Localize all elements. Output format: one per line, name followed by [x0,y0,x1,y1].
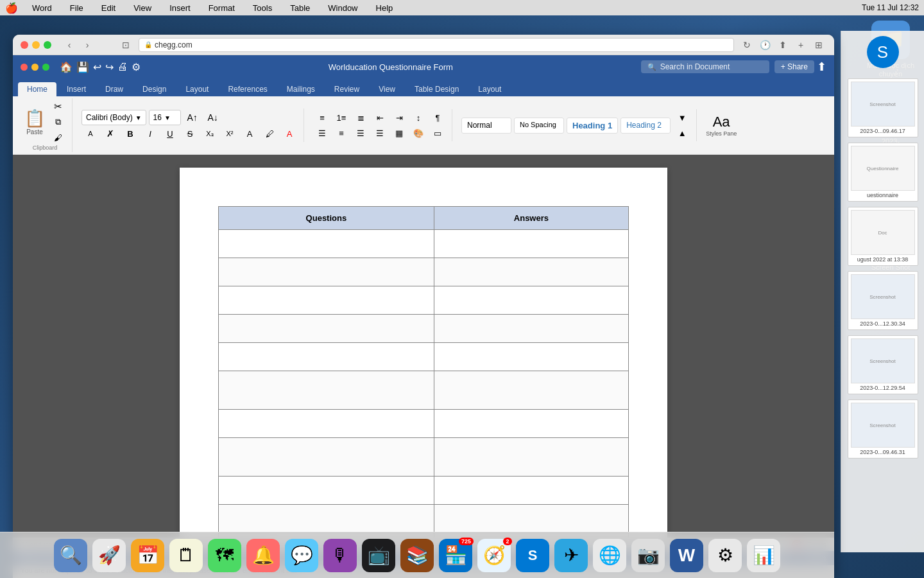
style-normal-button[interactable]: Normal [461,118,511,134]
tab-mailings[interactable]: Mailings [278,82,324,96]
dock-app-store[interactable]: 🏪 725 [439,539,472,572]
dock-podcasts[interactable]: 🎙 [323,539,357,572]
minimize-button[interactable] [32,41,40,49]
increase-indent-button[interactable]: ⇥ [390,110,408,125]
menubar-insert[interactable]: Insert [166,3,194,13]
dock-image-capture[interactable]: 📷 [631,539,665,572]
format-painter-button[interactable]: 🖌 [49,130,67,144]
tab-layout2[interactable]: Layout [469,82,510,96]
table-cell-q9[interactable] [219,477,434,505]
dock-messages[interactable]: 💬 [285,539,318,572]
decrease-font-button[interactable]: A↓ [204,110,222,125]
align-center-button[interactable]: ≡ [332,126,350,140]
table-row[interactable] [219,371,629,410]
numbering-button[interactable]: 1≡ [332,110,350,125]
url-bar[interactable]: 🔒 chegg.com [139,38,734,52]
word-undo-icon[interactable]: ↩ [93,61,101,73]
increase-font-button[interactable]: A↑ [184,110,201,125]
apple-menu[interactable]: 🍎 [5,2,18,14]
clear-format-button[interactable]: ✗ [101,127,119,141]
tab-table-design[interactable]: Table Design [406,82,468,96]
tab-home[interactable]: Home [18,82,56,96]
table-cell-a1[interactable] [434,230,628,258]
side-panel-thumb-3[interactable]: Doc ugust 2022 at 13:38 [848,207,918,266]
tab-design[interactable]: Design [133,82,175,96]
reload-button[interactable]: ↻ [739,37,755,53]
word-home-icon[interactable]: 🏠 [60,61,73,73]
word-save-icon[interactable]: 💾 [76,61,89,73]
table-cell-a2[interactable] [434,258,628,286]
table-cell-q3[interactable] [219,286,434,315]
side-panel-thumb-4[interactable]: Screenshot 2023-0...12.30.34 [848,271,918,330]
sort-button[interactable]: ↕ [409,110,427,125]
dock-chrome[interactable]: 🌐 [593,539,626,572]
word-settings-icon[interactable]: ⚙ [132,61,141,73]
word-close[interactable] [21,64,28,71]
word-expand-icon[interactable]: ⬆ [817,60,826,74]
styles-expand-button[interactable]: ▼ [673,110,691,125]
table-cell-q5[interactable] [219,343,434,371]
borders-button[interactable]: ▭ [429,126,447,140]
columns-button[interactable]: ▦ [390,126,408,140]
document-area[interactable]: Questions Answers [13,155,834,538]
word-maximize[interactable] [42,64,49,71]
table-cell-q8[interactable] [219,438,434,477]
table-row[interactable] [219,230,629,258]
menubar-word[interactable]: Word [28,3,56,13]
strikethrough-button[interactable]: S [181,127,199,141]
text-effects-button[interactable]: A [241,127,259,141]
table-cell-q6[interactable] [219,371,434,410]
tab-layout[interactable]: Layout [176,82,218,96]
skype-icon[interactable]: S [867,36,899,68]
menubar-table[interactable]: Table [286,3,314,13]
dock-skype[interactable]: S [516,539,549,572]
dock-finder[interactable]: 🔍 [54,539,87,572]
style-heading1-button[interactable]: Heading 1 [567,118,618,134]
justify-button[interactable]: ☰ [371,126,389,140]
table-cell-q2[interactable] [219,258,434,286]
side-panel-thumb-6[interactable]: Screenshot 2023-0...09.46.31 [848,399,918,459]
cut-button[interactable]: ✂ [49,100,67,114]
dock-word[interactable]: W [670,539,703,572]
dock-launchpad[interactable]: 🚀 [92,539,126,572]
dock-extra1[interactable]: ⚙ [708,539,742,572]
menubar-file[interactable]: File [66,3,87,13]
align-left-button[interactable]: ☰ [313,126,331,140]
multilevel-button[interactable]: ≣ [352,110,370,125]
dock-books[interactable]: 📚 [400,539,434,572]
menubar-help[interactable]: Help [372,3,397,13]
table-cell-a5[interactable] [434,343,628,371]
table-cell-a8[interactable] [434,438,628,477]
table-cell-q10[interactable] [219,505,434,533]
history-button[interactable]: 🕐 [757,37,773,53]
font-size-dropdown[interactable]: 16 ▼ [149,110,181,125]
tab-insert[interactable]: Insert [58,82,95,96]
word-share-button[interactable]: + Share [774,60,814,73]
word-print-icon[interactable]: 🖨 [117,61,128,73]
table-cell-a4[interactable] [434,315,628,343]
shading-button[interactable]: 🎨 [409,126,427,140]
table-cell-a7[interactable] [434,410,628,438]
superscript-button[interactable]: X² [221,127,239,141]
bold-button[interactable]: B [121,127,139,141]
table-row[interactable] [219,343,629,371]
table-cell-a9[interactable] [434,477,628,505]
share-button[interactable]: ⬆ [775,37,791,53]
decrease-indent-button[interactable]: ⇤ [371,110,389,125]
dock-notes[interactable]: 🗒 [169,539,203,572]
sidebar-toggle-button[interactable]: ⊡ [118,37,133,53]
table-cell-q7[interactable] [219,410,434,438]
dock-safari[interactable]: 🧭 2 [477,539,511,572]
word-search-box[interactable]: 🔍 Search in Document [641,60,769,73]
highlight-button[interactable]: 🖊 [261,127,278,141]
dock-telegram[interactable]: ✈ [554,539,588,572]
underline-button[interactable]: U [161,127,179,141]
table-cell-q1[interactable] [219,230,434,258]
italic-button[interactable]: I [141,127,159,141]
table-row[interactable] [219,410,629,438]
table-row[interactable] [219,286,629,315]
table-row[interactable] [219,505,629,533]
tab-review[interactable]: Review [325,82,368,96]
style-heading2-button[interactable]: Heading 2 [620,118,671,134]
menubar-edit[interactable]: Edit [98,3,119,13]
